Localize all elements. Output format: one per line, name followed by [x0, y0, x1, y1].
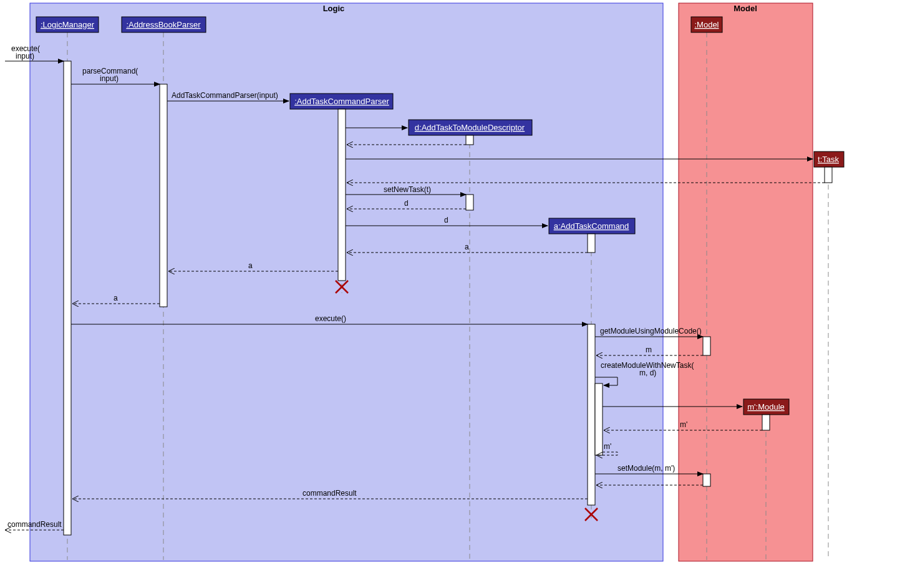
activation-descriptor-1 [466, 135, 473, 145]
msg-execute-label: execute() [315, 314, 346, 323]
msg-return-a3-label: a [114, 294, 118, 302]
msg-return-mp2-label: m' [604, 442, 611, 451]
activation-task [825, 167, 832, 183]
msg-return-d-label: d [404, 199, 409, 208]
lifeline-descriptor-label: d:AddTaskToModuleDescriptor [415, 123, 525, 132]
lifeline-task-label: t:Task [818, 155, 839, 164]
lifeline-addressbookparser-label: :AddressBookParser [126, 20, 201, 29]
msg-return-m-label: m [646, 345, 652, 354]
msg-setmodule-label: setModule(m, m') [617, 464, 675, 473]
activation-logicmanager [64, 61, 71, 535]
activation-model-2 [703, 474, 710, 486]
activation-command-1 [588, 234, 595, 253]
lifeline-logicmanager-label: :LogicManager [41, 20, 95, 29]
msg-return-mp-label: m' [680, 420, 687, 429]
frame-model [679, 3, 813, 561]
msg-create-parser-label: AddTaskCommandParser(input) [172, 91, 278, 100]
msg-commandresult-label: commandResult [303, 489, 357, 498]
msg-return-a2-label: a [248, 261, 253, 270]
lifeline-model-label: :Model [694, 20, 719, 29]
frame-logic-title: Logic [323, 4, 345, 13]
msg-getmodule-label: getModuleUsingModuleCode() [600, 327, 702, 335]
msg-setnewtask-label: setNewTask(t) [384, 185, 431, 194]
lifeline-command-label: a:AddTaskCommand [554, 221, 629, 231]
msg-return-a-label: a [465, 243, 469, 251]
activation-descriptor-2 [466, 195, 473, 210]
msg-commandresult-out-label: commandResult [7, 520, 62, 529]
frame-model-title: Model [734, 4, 757, 13]
activation-module [762, 415, 770, 430]
activation-command-2 [588, 324, 595, 505]
lifeline-module-label: m':Module [747, 402, 785, 412]
activation-model-1 [703, 337, 710, 355]
activation-addressbookparser [160, 84, 167, 307]
msg-create-command-label: d [444, 216, 448, 224]
sequence-diagram: Logic Model :LogicManager :AddressBookPa… [0, 0, 920, 588]
lifeline-parser-label: :AddTaskCommandParser [294, 97, 389, 106]
activation-command-self [595, 383, 603, 455]
activation-parser [338, 109, 346, 281]
